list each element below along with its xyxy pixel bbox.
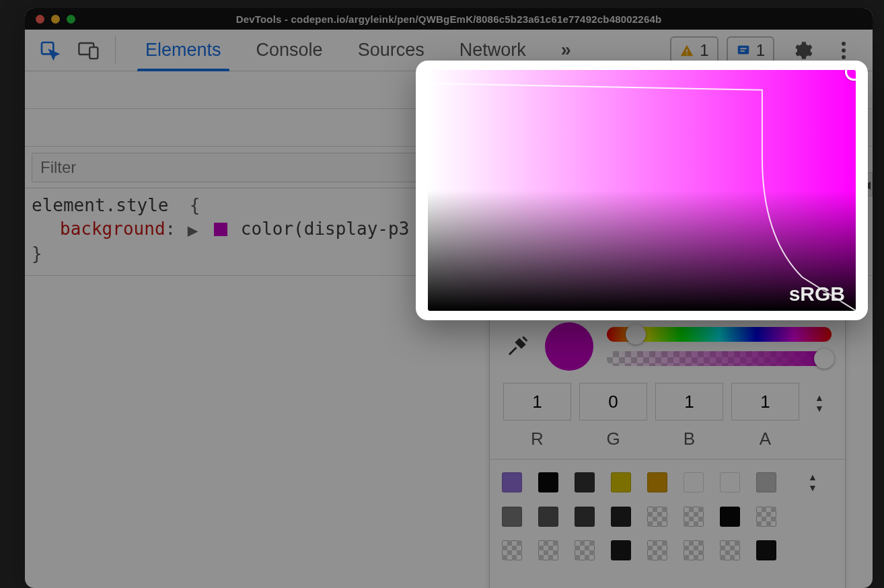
channel-r-input[interactable] — [503, 383, 571, 420]
css-selector: element.style — [32, 195, 169, 215]
palette-swatch[interactable] — [756, 507, 776, 527]
palette-swatch[interactable] — [756, 540, 776, 560]
css-punct-open: { — [179, 195, 200, 215]
spectrum-handle[interactable] — [845, 70, 856, 81]
palette-swatch[interactable] — [756, 472, 776, 492]
more-menu-icon[interactable] — [825, 40, 862, 61]
current-color-swatch — [545, 322, 593, 371]
tab-elements[interactable]: Elements — [137, 30, 229, 71]
palette-swatch[interactable] — [575, 507, 595, 527]
issue-icon — [736, 43, 751, 58]
palette-swatch[interactable] — [647, 472, 667, 492]
maximize-window-button[interactable] — [67, 15, 75, 24]
issues-pill[interactable]: 1 — [727, 36, 774, 64]
channel-b-label: B — [655, 429, 723, 449]
palette-swatch[interactable] — [647, 507, 667, 527]
svg-rect-7 — [740, 50, 744, 52]
svg-point-9 — [842, 48, 846, 52]
palette-swatch[interactable] — [720, 540, 740, 560]
spectrum-popover: sRGB — [416, 61, 868, 320]
minimize-window-button[interactable] — [51, 15, 60, 24]
titlebar: DevTools - codepen.io/argyleink/pen/QWBg… — [25, 8, 873, 30]
palette-swatch[interactable] — [502, 472, 522, 492]
close-window-button[interactable] — [36, 15, 44, 24]
warnings-pill[interactable]: 1 — [670, 36, 718, 64]
palette-swatch[interactable] — [611, 507, 631, 527]
palette-swatch[interactable] — [720, 507, 740, 527]
channel-r-label: R — [503, 429, 571, 449]
warning-icon — [679, 43, 694, 58]
palette-swatch[interactable] — [538, 540, 558, 560]
hue-slider[interactable] — [607, 327, 832, 342]
svg-rect-6 — [740, 48, 746, 49]
palette-swatch[interactable] — [502, 507, 522, 527]
palette-swatch[interactable] — [538, 507, 558, 527]
gamut-label: sRGB — [789, 283, 845, 305]
traffic-lights — [25, 15, 75, 24]
hue-slider-handle[interactable] — [626, 324, 646, 344]
palette-swatch[interactable] — [611, 540, 631, 560]
tab-console[interactable]: Console — [248, 30, 331, 71]
window-title: DevTools - codepen.io/argyleink/pen/QWBg… — [25, 13, 873, 25]
palette-swatch[interactable] — [538, 472, 558, 492]
palette-swatch[interactable] — [684, 507, 704, 527]
inspect-element-icon[interactable] — [32, 30, 68, 71]
color-format-stepper[interactable]: ▲▼ — [807, 392, 832, 414]
palette-swatch[interactable] — [720, 472, 740, 492]
viewport: DevTools - codepen.io/argyleink/pen/QWBg… — [0, 0, 884, 588]
channel-a-input[interactable] — [731, 383, 799, 420]
channel-a-label: A — [731, 429, 799, 449]
eyedropper-icon[interactable] — [503, 332, 531, 361]
device-toolbar-icon[interactable] — [71, 30, 107, 71]
toolbar-separator — [115, 36, 116, 64]
svg-rect-2 — [89, 47, 98, 59]
svg-rect-5 — [737, 45, 749, 54]
svg-point-10 — [842, 55, 846, 59]
alpha-slider[interactable] — [607, 351, 832, 366]
channel-b-input[interactable] — [655, 383, 723, 420]
channel-g-label: G — [579, 429, 647, 449]
warnings-count: 1 — [700, 41, 708, 60]
palette-swatch[interactable] — [502, 540, 522, 560]
palette-swatch[interactable] — [611, 472, 631, 492]
palette-swatch[interactable] — [575, 540, 595, 560]
palette-stepper[interactable]: ▲▼ — [793, 472, 833, 493]
palette-swatch[interactable] — [684, 540, 704, 560]
css-property-name[interactable]: background — [60, 219, 165, 239]
svg-point-8 — [842, 42, 846, 46]
settings-gear-icon[interactable] — [784, 39, 820, 62]
color-swatch-inline[interactable] — [214, 223, 227, 236]
palette-swatch[interactable] — [647, 540, 667, 560]
svg-rect-4 — [686, 53, 688, 54]
channel-g-input[interactable] — [579, 383, 647, 420]
css-punct-close: } — [32, 244, 42, 264]
color-spectrum[interactable]: sRGB — [428, 70, 856, 311]
channel-inputs: R G B A ▲▼ — [490, 376, 845, 452]
color-palette: ▲▼ — [490, 460, 845, 573]
issues-count: 1 — [756, 41, 765, 60]
palette-swatch[interactable] — [684, 472, 704, 492]
expand-value-icon[interactable]: ▶ — [188, 219, 198, 242]
gamut-boundary-line — [428, 70, 856, 311]
palette-swatch[interactable] — [575, 472, 595, 492]
alpha-slider-handle[interactable] — [814, 348, 834, 369]
svg-rect-3 — [686, 49, 688, 52]
